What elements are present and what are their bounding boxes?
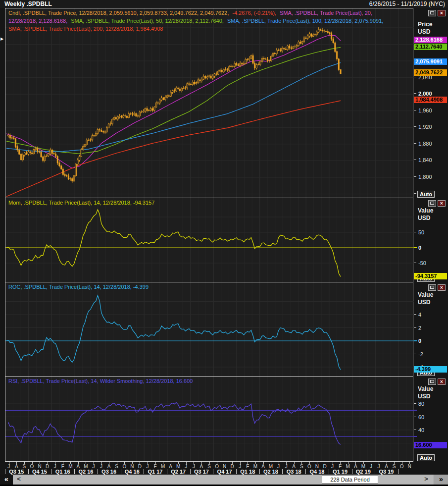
y-axis-tick: 50 xyxy=(414,229,424,235)
y-axis-tick: 80 xyxy=(414,401,424,407)
rsi-auto-button[interactable]: Auto xyxy=(417,454,435,461)
y-axis-tick: 2 xyxy=(414,325,421,331)
close-panel-icon[interactable]: × xyxy=(438,378,446,385)
restore-panel-icon[interactable] xyxy=(428,284,436,291)
data-period-label: 228 Data Period xyxy=(322,476,378,484)
quarter-label: Q2 18 xyxy=(258,469,284,475)
month-label: O xyxy=(399,464,405,469)
momentum-plot-area[interactable]: Mom, .SPDBLL, Trade Price(Last), 14, 12/… xyxy=(5,198,413,282)
scroll-far-right-button[interactable]: » xyxy=(434,475,448,485)
series-level-mark xyxy=(414,436,417,437)
price-y-axis[interactable]: × Price USD Auto 2,0402,0001,9601,9201,8… xyxy=(414,8,448,198)
quarter-label: Q3 16 xyxy=(96,469,122,475)
series-level-mark xyxy=(414,247,417,248)
quarter-label: Q1 19 xyxy=(327,469,353,475)
quarter-label: Q1 18 xyxy=(235,469,260,475)
price-legend: Cndl, .SPDBLL, Trade Price, 12/28/2018, … xyxy=(8,10,387,34)
quarter-label: Q4 18 xyxy=(304,469,330,475)
y-axis-tick: 1,960 xyxy=(414,108,432,113)
y-axis-tick: 1,800 xyxy=(414,174,432,180)
legend-sma200[interactable]: SMA, .SPDBLL, Trade Price(Last), 200, 12… xyxy=(8,26,163,32)
roc-plot-area[interactable]: ROC, .SPDBLL, Trade Price(Last), 14, 12/… xyxy=(5,282,413,377)
y-axis-tick: 2,000 xyxy=(414,91,432,97)
last-value-badge: 2,075.9091 xyxy=(414,58,447,65)
restore-panel-icon[interactable] xyxy=(428,378,436,385)
roc-chart-canvas[interactable] xyxy=(5,282,414,376)
legend-rsi[interactable]: RSI, .SPDBLL, Trade Price(Last), 14, Wil… xyxy=(8,378,193,384)
price-chart-canvas[interactable] xyxy=(5,8,414,198)
pan-left-arrow-icon[interactable]: ▶ xyxy=(0,37,3,41)
legend-momentum[interactable]: Mom, .SPDBLL, Trade Price(Last), 14, 12/… xyxy=(8,200,154,206)
legend-roc[interactable]: ROC, .SPDBLL, Trade Price(Last), 14, 12/… xyxy=(8,284,149,290)
panel-window-controls: × xyxy=(428,10,446,16)
close-panel-icon[interactable]: × xyxy=(438,10,446,16)
quarter-label: Q2 19 xyxy=(350,469,376,475)
roc-panel: ROC, .SPDBLL, Trade Price(Last), 14, 12/… xyxy=(0,282,448,377)
last-value-badge: 2,049.7622 xyxy=(414,69,447,76)
panel-window-controls: × xyxy=(428,284,446,291)
momentum-chart-canvas[interactable] xyxy=(5,198,414,282)
y-axis-tick: -50 xyxy=(414,260,426,266)
series-level-mark xyxy=(414,340,417,341)
scroll-far-left-button[interactable]: « xyxy=(0,475,13,485)
scroll-left-button[interactable]: < xyxy=(15,475,23,485)
legend-candle-ohlc[interactable]: Cndl, .SPDBLL, Trade Price, 12/28/2018, … xyxy=(8,10,229,16)
last-value-badge: 1,984.4908 xyxy=(414,97,447,103)
momentum-axis-title: Value USD xyxy=(418,207,448,222)
quarter-label: Q3 19 xyxy=(374,469,399,475)
legend-sma50[interactable]: SMA, .SPDBLL, Trade Price(Last), 50, 12/… xyxy=(71,18,224,24)
close-panel-icon[interactable]: × xyxy=(438,200,446,207)
scroll-right-button[interactable]: > xyxy=(422,475,430,485)
quarter-label: Q3 18 xyxy=(281,469,307,475)
restore-panel-icon[interactable] xyxy=(428,10,436,16)
price-plot-area[interactable]: Cndl, .SPDBLL, Trade Price, 12/28/2018, … xyxy=(5,8,413,198)
legend-sma100[interactable]: SMA, .SPDBLL, Trade Price(Last), 100, 12… xyxy=(227,18,384,24)
last-value-badge: -4.399 xyxy=(414,366,447,373)
rsi-plot-area[interactable]: RSI, .SPDBLL, Trade Price(Last), 14, Wil… xyxy=(5,377,413,462)
rsi-axis-title: Value USD xyxy=(418,385,448,400)
quarter-label: Q1 17 xyxy=(143,469,168,475)
close-panel-icon[interactable]: × xyxy=(438,284,446,291)
time-scrollbar[interactable]: « < 228 Data Period > » xyxy=(0,475,448,485)
roc-y-axis[interactable]: × Value USD Auto 420-2-4-4.399 xyxy=(414,282,448,377)
chart-application: Weekly .SPDBLL 6/26/2015 - 11/1/2019 (NY… xyxy=(0,0,448,486)
last-value-badge: 16.600 xyxy=(414,442,447,448)
panel-window-controls: × xyxy=(428,200,446,207)
y-axis-tick: 1,920 xyxy=(414,124,432,130)
legend-sma20-value[interactable]: 12/28/2018, 2,128.6168, xyxy=(8,18,67,24)
panel-window-controls: × xyxy=(428,378,446,385)
chart-title: Weekly .SPDBLL xyxy=(4,0,52,7)
legend-net-change[interactable]: -4.2676, (-0.21%), xyxy=(232,10,276,16)
month-label: N xyxy=(406,464,412,469)
momentum-y-axis[interactable]: × Value USD Auto 500-50-94.3157 xyxy=(414,198,448,282)
legend-sma20[interactable]: SMA, .SPDBLL, Trade Price(Last), 20, xyxy=(280,10,372,16)
last-value-badge: 2,128.6168 xyxy=(414,37,447,43)
y-axis-tick: 1,880 xyxy=(414,141,432,147)
quarter-label: Q1 16 xyxy=(50,469,76,475)
rsi-panel: RSI, .SPDBLL, Trade Price(Last), 14, Wil… xyxy=(0,377,448,462)
quarter-label: Q3 17 xyxy=(189,469,214,475)
y-axis-tick: 40 xyxy=(414,427,424,433)
rsi-y-axis[interactable]: × Value USD Auto 80604016.600 xyxy=(414,377,448,462)
y-axis-tick: 60 xyxy=(414,414,424,420)
rsi-chart-canvas[interactable] xyxy=(5,377,414,461)
series-level-mark xyxy=(414,410,417,411)
quarter-label: Q2 17 xyxy=(165,469,191,475)
last-value-badge: -94.3157 xyxy=(414,273,447,279)
price-auto-button[interactable]: Auto xyxy=(417,191,435,198)
last-value-badge: 2,112.7640 xyxy=(414,44,447,50)
y-axis-tick: 4 xyxy=(414,312,421,318)
y-axis-tick: 1,840 xyxy=(414,157,432,163)
restore-panel-icon[interactable] xyxy=(428,200,436,207)
quarter-label: Q4 16 xyxy=(119,469,145,475)
y-axis-tick: -2 xyxy=(414,351,423,357)
date-range: 6/26/2015 - 11/1/2019 (NYC) xyxy=(369,0,445,7)
roc-axis-title: Value USD xyxy=(418,291,448,306)
quarter-label: Q4 17 xyxy=(212,469,238,475)
quarter-label: Q4 15 xyxy=(27,469,52,475)
price-axis-title: Price USD xyxy=(418,21,448,36)
time-axis[interactable]: JASONDJFMAMJJASONDJFMAMJJASONDJFMAMJJASO… xyxy=(0,462,448,475)
titlebar: Weekly .SPDBLL 6/26/2015 - 11/1/2019 (NY… xyxy=(0,0,448,8)
price-panel: Cndl, .SPDBLL, Trade Price, 12/28/2018, … xyxy=(0,8,448,198)
quarter-label: Q3 15 xyxy=(3,469,29,475)
